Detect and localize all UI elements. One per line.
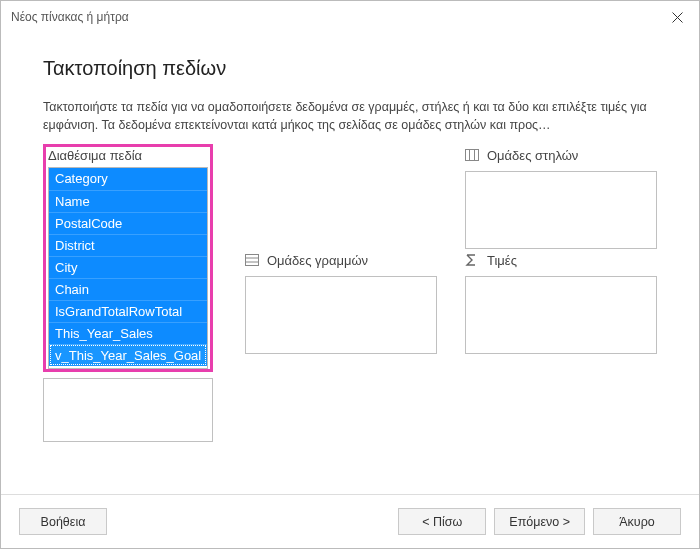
- list-item[interactable]: This_Year_Sales: [49, 322, 207, 344]
- titlebar: Νέος πίνακας ή μήτρα: [1, 1, 699, 33]
- list-item[interactable]: District: [49, 234, 207, 256]
- row-groups-label: Ομάδες γραμμών: [245, 253, 437, 268]
- values-dropzone[interactable]: [465, 276, 657, 354]
- dialog-body: Τακτοποίηση πεδίων Τακτοποιήστε τα πεδία…: [1, 33, 699, 494]
- row-groups-icon: [245, 254, 259, 268]
- column-groups-label-text: Ομάδες στηλών: [487, 148, 578, 163]
- column-groups-label: Ομάδες στηλών: [465, 148, 657, 163]
- row-groups-label-text: Ομάδες γραμμών: [267, 253, 368, 268]
- dialog-footer: Βοήθεια < Πίσω Επόμενο > Άκυρο: [1, 494, 699, 548]
- list-item[interactable]: PostalCode: [49, 212, 207, 234]
- values-label-text: Τιμές: [487, 253, 517, 268]
- column-groups-dropzone[interactable]: [465, 171, 657, 249]
- window-title: Νέος πίνακας ή μήτρα: [11, 10, 129, 24]
- page-description: Τακτοποιήστε τα πεδία για να ομαδοποιήσε…: [43, 98, 657, 134]
- close-icon: [672, 12, 683, 23]
- available-fields-list[interactable]: Category Name PostalCode District City C…: [48, 167, 208, 369]
- page-title: Τακτοποίηση πεδίων: [43, 57, 657, 80]
- list-item[interactable]: Chain: [49, 278, 207, 300]
- list-item[interactable]: v_This_Year_Sales_Goal: [49, 344, 207, 366]
- list-item[interactable]: City: [49, 256, 207, 278]
- svg-rect-2: [466, 149, 479, 160]
- list-item[interactable]: Name: [49, 190, 207, 212]
- back-button[interactable]: < Πίσω: [398, 508, 486, 535]
- cancel-button[interactable]: Άκυρο: [593, 508, 681, 535]
- svg-rect-5: [246, 254, 259, 265]
- next-button[interactable]: Επόμενο >: [494, 508, 585, 535]
- available-fields-column: Διαθέσιμα πεδία Category Name PostalCode…: [43, 148, 213, 442]
- help-button[interactable]: Βοήθεια: [19, 508, 107, 535]
- available-highlight: Διαθέσιμα πεδία Category Name PostalCode…: [43, 144, 213, 372]
- wizard-dialog: Νέος πίνακας ή μήτρα Τακτοποίηση πεδίων …: [0, 0, 700, 549]
- sigma-icon: [465, 254, 479, 268]
- values-label: Τιμές: [465, 253, 657, 268]
- list-item[interactable]: Category: [49, 168, 207, 190]
- column-groups-icon: [465, 149, 479, 163]
- available-fields-label: Διαθέσιμα πεδία: [48, 148, 208, 163]
- available-fields-label-text: Διαθέσιμα πεδία: [48, 148, 142, 163]
- available-overflow-box[interactable]: [43, 378, 213, 442]
- close-button[interactable]: [655, 2, 699, 32]
- arrange-area: Διαθέσιμα πεδία Category Name PostalCode…: [43, 148, 657, 442]
- list-item[interactable]: IsGrandTotalRowTotal: [49, 300, 207, 322]
- row-groups-dropzone[interactable]: [245, 276, 437, 354]
- drop-zones: Ομάδες στηλών Ομάδες γραμμών: [245, 148, 657, 442]
